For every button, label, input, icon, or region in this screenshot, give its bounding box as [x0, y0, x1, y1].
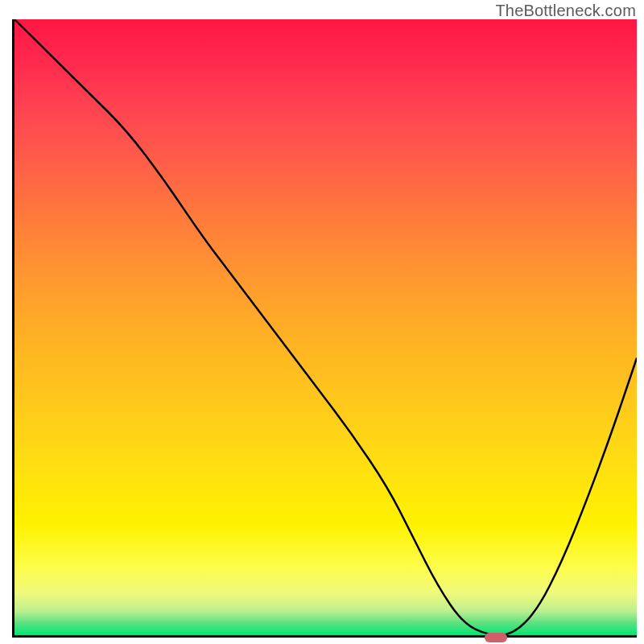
bottleneck-curve: [14, 19, 637, 635]
optimal-point-marker: [485, 633, 507, 642]
chart-plot-area: [12, 19, 637, 638]
watermark-text: TheBottleneck.com: [495, 2, 636, 20]
